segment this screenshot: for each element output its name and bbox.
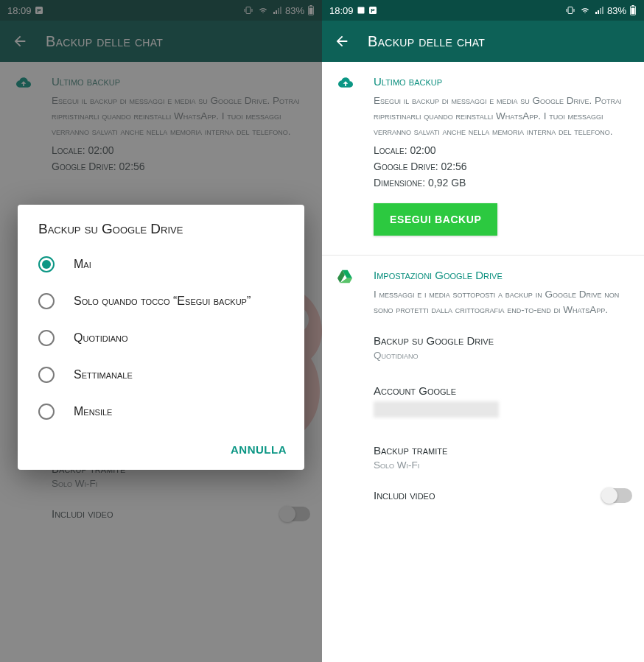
google-account-value-redacted (374, 401, 499, 418)
radio-icon (38, 330, 55, 346)
svg-text:P: P (371, 7, 375, 14)
radio-option-mai[interactable]: Mai (18, 246, 304, 283)
include-video-toggle[interactable] (603, 488, 632, 503)
radio-label: Solo quando tocco “Esegui backup” (74, 295, 251, 308)
include-video-row[interactable]: Includi video (322, 472, 644, 519)
radio-option-monthly[interactable]: Mensile (18, 393, 304, 430)
backup-frequency-row[interactable]: Backup su Google Drive Quotidiano (322, 323, 644, 362)
google-drive-icon (335, 269, 354, 285)
battery-percent: 83% (607, 5, 626, 16)
radio-label: Settimanale (74, 368, 133, 381)
backup-via-row[interactable]: Backup tramite Solo Wi-Fi (322, 432, 644, 472)
radio-option-manual[interactable]: Solo quando tocco “Esegui backup” (18, 283, 304, 320)
drive-settings-title: Impostazioni Google Drive (374, 269, 632, 281)
last-backup-title: Ultimo backup (374, 75, 632, 88)
status-time: 18:09 (329, 5, 354, 16)
svg-rect-12 (631, 8, 635, 15)
radio-icon (38, 293, 55, 309)
cloud-upload-icon (335, 75, 356, 90)
back-arrow-icon[interactable] (334, 33, 350, 49)
notification-icon (357, 6, 365, 15)
local-backup-time: Locale: 02:00 (374, 144, 632, 156)
signal-icon (594, 6, 604, 15)
radio-option-weekly[interactable]: Settimanale (18, 356, 304, 393)
gdrive-backup-time: Google Drive: 02:56 (374, 161, 632, 172)
backup-via-label: Backup tramite (374, 444, 632, 457)
page-title: Backup delle chat (368, 33, 485, 50)
radio-icon (38, 367, 55, 383)
appbar: Backup delle chat (322, 21, 644, 62)
drive-settings-section: Impostazioni Google Drive I messaggi e i… (322, 256, 644, 323)
dialog-title: Backup su Google Drive (18, 221, 304, 246)
radio-icon (38, 404, 55, 420)
radio-label: Mai (74, 258, 91, 271)
svg-rect-6 (357, 7, 364, 14)
wifi-icon (579, 6, 591, 15)
battery-icon (629, 5, 637, 15)
radio-icon (38, 256, 55, 272)
google-account-row[interactable]: Account Google (322, 373, 644, 419)
backup-via-value: Solo Wi-Fi (374, 459, 632, 471)
drive-settings-desc: I messaggi e i media sottoposti a backup… (374, 287, 632, 318)
radio-option-daily[interactable]: Quotidiano (18, 320, 304, 356)
radio-label: Mensile (74, 405, 112, 418)
parking-icon: P (368, 6, 377, 15)
svg-rect-9 (568, 7, 573, 14)
backup-frequency-dialog: Backup su Google Drive Mai Solo quando t… (18, 205, 304, 470)
radio-label: Quotidiano (74, 331, 128, 345)
vibrate-icon (564, 6, 576, 15)
svg-rect-11 (632, 5, 634, 6)
status-bar: 18:09 P 83% (322, 0, 644, 21)
last-backup-desc: Esegui il backup di messaggi e media su … (374, 94, 632, 140)
google-account-label: Account Google (374, 384, 632, 397)
last-backup-section: Ultimo backup Esegui il backup di messag… (322, 62, 644, 249)
backup-frequency-value: Quotidiano (374, 350, 632, 361)
cancel-button[interactable]: ANNULLA (231, 443, 287, 456)
run-backup-button[interactable]: ESEGUI BACKUP (374, 203, 497, 236)
backup-frequency-label: Backup su Google Drive (374, 334, 632, 347)
backup-size: Dimensione: 0,92 GB (374, 177, 632, 189)
include-video-label: Includi video (374, 489, 435, 501)
